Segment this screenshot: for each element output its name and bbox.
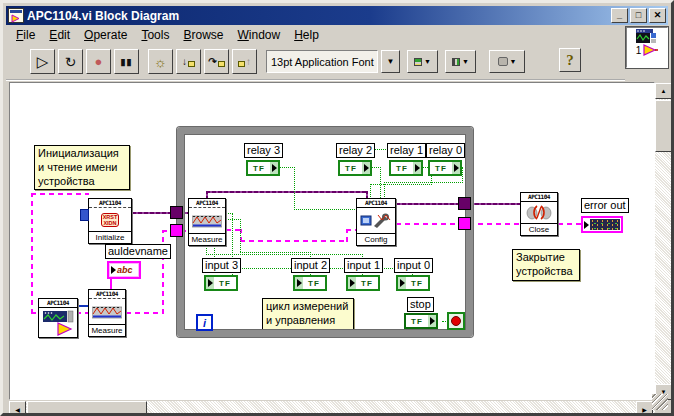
input3-label[interactable]: input 3 (202, 258, 241, 273)
vi-measure-outer[interactable]: APC1104 Measure (88, 289, 126, 337)
error-wire[interactable] (558, 223, 582, 225)
step-out-button[interactable]: ↑ (232, 49, 257, 74)
device-wire[interactable] (132, 212, 172, 214)
menu-edit[interactable]: Edit (43, 27, 76, 43)
loop-tunnel-error-out[interactable] (458, 217, 471, 230)
step-into-button[interactable]: ↓ (176, 49, 201, 74)
menu-help[interactable]: Help (288, 27, 325, 43)
run-continuous-icon: ↻ (65, 54, 77, 70)
labview-block-diagram-window: APC1104.vi Block Diagram _ □ ✕ File Edit… (0, 0, 674, 416)
tf-glyph: TF (356, 277, 378, 289)
initialize-input-terminal[interactable] (80, 209, 89, 221)
vi-name: Close (521, 223, 557, 235)
input1-label[interactable]: input 1 (344, 258, 383, 273)
stop-label[interactable]: stop (407, 297, 434, 312)
run-button[interactable]: ▷ (30, 49, 55, 74)
error-wire[interactable] (31, 193, 33, 314)
chevron-down-icon: ▼ (462, 58, 469, 65)
minimize-button[interactable]: _ (611, 8, 628, 23)
relay1-terminal[interactable]: TF (389, 160, 423, 176)
abort-button[interactable]: ● (86, 49, 111, 74)
menu-window[interactable]: Window (231, 27, 286, 43)
pause-icon: ▮▮ (121, 57, 133, 67)
vi-config[interactable]: APC1104 Config (356, 198, 396, 246)
reorder-dropdown[interactable]: ▼ (489, 50, 525, 73)
auldevname-label[interactable]: auldevname (105, 244, 171, 259)
align-objects-dropdown[interactable]: ▼ (407, 50, 438, 73)
lightbulb-icon: ☼ (154, 54, 167, 70)
scroll-left-button[interactable]: ◀ (9, 401, 26, 416)
tf-glyph: TF (303, 277, 325, 289)
device-wire[interactable] (469, 203, 520, 205)
menu-tools[interactable]: Tools (135, 27, 175, 43)
tf-glyph: TF (248, 162, 270, 174)
menu-browse[interactable]: Browse (177, 27, 229, 43)
vi-close[interactable]: APC1104 Close (520, 192, 558, 236)
run-continuous-button[interactable]: ↻ (58, 49, 83, 74)
comment-initialize[interactable]: Инициализация и чтение имени устройства (34, 145, 130, 190)
step-target-icon (188, 61, 195, 67)
loop-condition-terminal[interactable] (447, 312, 465, 330)
stop-terminal[interactable]: TF (404, 313, 438, 329)
relay2-label[interactable]: relay 2 (336, 143, 375, 158)
step-over-button[interactable]: ↷ (204, 49, 229, 74)
error-wire[interactable] (469, 223, 520, 225)
menu-file[interactable]: File (10, 27, 41, 43)
title-bar[interactable]: APC1104.vi Block Diagram _ □ ✕ (6, 6, 668, 25)
font-selector[interactable]: 13pt Application Font (266, 50, 378, 73)
pause-button[interactable]: ▮▮ (114, 49, 139, 74)
chevron-down-icon: ▼ (424, 58, 431, 65)
error-wire[interactable] (126, 312, 164, 314)
relay0-terminal[interactable]: TF (428, 160, 462, 176)
error-out-indicator[interactable] (581, 216, 623, 233)
scroll-up-button[interactable]: ▲ (655, 83, 672, 99)
measure-waveform-icon (192, 213, 222, 229)
scroll-right-button[interactable]: ▶ (636, 401, 653, 416)
input3-terminal[interactable]: TF (204, 275, 238, 291)
maximize-button[interactable]: □ (630, 8, 647, 23)
input0-terminal[interactable]: TF (396, 275, 430, 291)
error-wire[interactable] (162, 230, 164, 314)
error-out-label[interactable]: error out (581, 198, 629, 213)
vi-icon-panel[interactable]: 1 (626, 27, 668, 68)
menu-operate[interactable]: Operate (78, 27, 133, 43)
window-resize-grip[interactable] (652, 394, 668, 410)
loop-tunnel-error-in[interactable] (170, 224, 183, 237)
align-objects-icon (414, 58, 422, 66)
output-arrow-icon (272, 164, 277, 172)
highlight-execution-button[interactable]: ☼ (148, 49, 173, 74)
loop-tunnel-device-out[interactable] (458, 197, 471, 210)
relay3-terminal[interactable]: TF (246, 160, 280, 176)
vi-initialize[interactable]: APC1104 XRST XIDN Initialize (88, 198, 132, 244)
vi-reference-constant[interactable]: APC1104 (38, 298, 78, 338)
auldevname-string-indicator[interactable]: abc (107, 261, 141, 279)
font-selector-dropdown-arrow[interactable]: ▼ (381, 50, 400, 73)
chevron-down-icon: ▼ (510, 58, 517, 65)
relay2-terminal[interactable]: TF (338, 160, 372, 176)
input2-terminal[interactable]: TF (293, 275, 327, 291)
loop-iteration-terminal[interactable]: i (196, 314, 213, 331)
relay3-label[interactable]: relay 3 (244, 143, 283, 158)
initialize-glyph: XRST XIDN (101, 213, 120, 227)
string-type-glyph: abc (117, 265, 133, 275)
vi-header: APC1104 (521, 193, 557, 202)
input1-terminal[interactable]: TF (346, 275, 380, 291)
abort-icon: ● (95, 54, 103, 69)
error-wire[interactable] (31, 193, 89, 195)
vertical-scrollbar-thumb[interactable] (655, 100, 672, 152)
vi-measure-loop[interactable]: APC1104 Measure (188, 198, 226, 246)
horizontal-scrollbar-thumb[interactable] (27, 401, 147, 416)
relay1-label[interactable]: relay 1 (387, 143, 426, 158)
block-diagram-canvas: Инициализация и чтение имени устройства … (9, 82, 655, 400)
context-help-button[interactable]: ? (559, 48, 581, 72)
close-button[interactable]: ✕ (649, 8, 666, 23)
vi-name: Measure (189, 233, 225, 245)
comment-close[interactable]: Закрытие устройства (512, 249, 580, 281)
input2-label[interactable]: input 2 (291, 258, 330, 273)
distribute-objects-dropdown[interactable]: ▼ (445, 50, 476, 73)
iteration-glyph: i (203, 317, 206, 329)
input0-label[interactable]: input 0 (394, 258, 433, 273)
vi-reference-icon (42, 310, 74, 336)
loop-tunnel-device-in[interactable] (170, 206, 183, 219)
relay0-label[interactable]: relay 0 (426, 143, 465, 158)
